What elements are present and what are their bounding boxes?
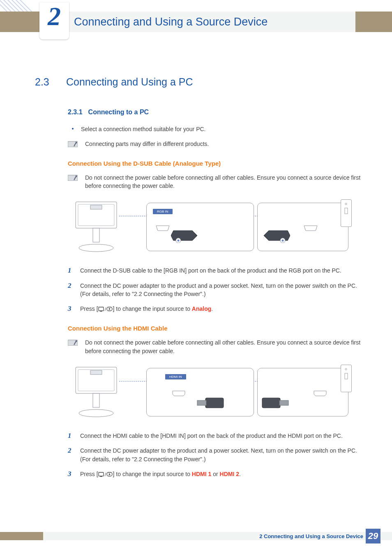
port-label: RGB IN	[153, 207, 173, 214]
port-label-text: RGB IN	[153, 209, 173, 214]
dsub-diagram: RGB IN	[68, 197, 352, 256]
step-number-2: 2	[68, 446, 74, 455]
svg-rect-22	[90, 370, 102, 375]
pc-icon	[341, 199, 352, 227]
highlight-analog: Analog	[192, 305, 211, 312]
highlight-hdmi2: HDMI 2	[220, 471, 239, 477]
header: Connecting and Using a Source Device	[43, 12, 355, 32]
t: Press [	[80, 471, 98, 477]
step-number-3: 3	[68, 470, 74, 478]
svg-point-10	[282, 240, 284, 242]
step-2: 2 Connect the DC power adapter to the pr…	[68, 282, 364, 298]
footer-text: 2 Connecting and Using a Source Device	[259, 533, 363, 539]
note-text: Connecting parts may differ in different…	[85, 140, 209, 148]
svg-point-8	[178, 240, 180, 242]
highlight-hdmi1: HDMI 1	[192, 471, 211, 477]
footer-bar: 2 Connecting and Using a Source Device	[43, 532, 392, 540]
svg-rect-12	[345, 208, 348, 214]
step-text: Press [/] to change the input source to …	[80, 470, 364, 479]
step-3: 3 Press [/] to change the input source t…	[68, 305, 364, 314]
svg-point-5	[79, 244, 113, 252]
svg-rect-20	[93, 393, 99, 407]
hdmi-heading: Connection Using the HDMI Cable	[68, 325, 364, 332]
svg-rect-28	[345, 373, 348, 379]
svg-text:/: /	[105, 472, 106, 477]
step-1: 1 Connect the HDMI cable to the [HDMI IN…	[68, 432, 364, 440]
chapter-number: 2	[48, 3, 61, 30]
dsub-heading: Connection Using the D-SUB Cable (Analog…	[68, 160, 364, 167]
rgb-port-icon	[154, 225, 171, 232]
step-text: Connect the DC power adapter to the prod…	[80, 282, 364, 298]
step-number-1: 1	[68, 432, 74, 440]
warning-text: Do not connect the power cable before co…	[85, 173, 364, 190]
svg-rect-14	[100, 311, 102, 312]
svg-rect-23	[205, 398, 224, 408]
hdmi-plug-icon	[261, 396, 290, 411]
t: ] to change the input source to	[113, 471, 192, 477]
hdmi-steps: 1 Connect the HDMI cable to the [HDMI IN…	[68, 432, 364, 479]
monitor-icon	[72, 365, 126, 418]
content: 2.3 Connecting and Using a PC 2.3.1 Conn…	[35, 76, 364, 486]
chapter-title: Connecting and Using a Source Device	[74, 16, 267, 28]
subsection-heading: 2.3.1 Connecting to a PC	[68, 109, 364, 116]
svg-point-27	[345, 368, 347, 370]
subsection-number: 2.3.1	[68, 109, 83, 116]
dsub-steps: 1 Connect the D-SUB cable to the [RGB IN…	[68, 266, 364, 314]
dsub-warning: Do not connect the power cable before co…	[68, 173, 364, 190]
note-icon	[68, 141, 78, 147]
svg-rect-29	[99, 472, 104, 476]
source-button-icon: /	[98, 471, 113, 479]
note-icon	[68, 174, 78, 181]
svg-text:/: /	[105, 307, 106, 312]
step-text: Connect the D-SUB cable to the [RGB IN] …	[80, 266, 364, 275]
warning-text: Do not connect the power cable before co…	[85, 338, 364, 355]
hdmi-warning: Do not connect the power cable before co…	[68, 338, 364, 355]
dsub-plug-icon	[261, 228, 290, 243]
bullet-text: Select a connection method suitable for …	[81, 125, 206, 133]
step-1: 1 Connect the D-SUB cable to the [RGB IN…	[68, 266, 364, 275]
footer: 2 Connecting and Using a Source Device 2…	[0, 530, 392, 547]
step-3: 3 Press [/] to change the input source t…	[68, 470, 364, 479]
footer-accent	[0, 532, 43, 540]
svg-rect-25	[262, 398, 280, 408]
t: .	[211, 305, 213, 312]
t: ] to change the input source to	[113, 305, 192, 312]
step-text: Connect the HDMI cable to the [HDMI IN] …	[80, 432, 364, 440]
page: Connecting and Using a Source Device 2 2…	[0, 0, 392, 555]
step-number-1: 1	[68, 266, 74, 275]
page-number: 29	[366, 529, 380, 543]
hdmi-diagram: HDMI IN	[68, 363, 352, 421]
port-label: HDMI IN	[165, 372, 186, 379]
svg-point-11	[345, 203, 347, 205]
monitor-icon	[72, 199, 126, 253]
section-heading: 2.3 Connecting and Using a PC	[35, 76, 364, 88]
bullet-icon	[72, 128, 74, 130]
svg-rect-26	[279, 400, 288, 405]
note: Connecting parts may differ in different…	[68, 140, 364, 148]
bullet-item: Select a connection method suitable for …	[68, 125, 364, 133]
svg-point-21	[79, 409, 113, 417]
note-icon	[68, 339, 78, 346]
step-text: Press [/] to change the input source to …	[80, 305, 364, 314]
t: Press [	[80, 305, 98, 312]
chapter-badge: 2	[39, 2, 69, 39]
pc-icon	[341, 365, 352, 392]
step-text: Connect the DC power adapter to the prod…	[80, 446, 364, 463]
svg-rect-6	[90, 205, 102, 209]
t: .	[239, 471, 241, 477]
step-2: 2 Connect the DC power adapter to the pr…	[68, 446, 364, 463]
hdmi-plug-icon	[196, 396, 224, 411]
hdmi-port-icon	[313, 390, 327, 397]
section-title: Connecting and Using a PC	[66, 76, 193, 88]
section-number: 2.3	[35, 76, 56, 88]
subsection-title: Connecting to a PC	[88, 109, 149, 116]
svg-rect-24	[197, 400, 206, 405]
t: or	[211, 471, 219, 477]
source-button-icon: /	[98, 306, 113, 314]
hdmi-port-icon	[172, 390, 186, 397]
dsub-plug-icon	[171, 228, 200, 243]
svg-rect-4	[93, 228, 99, 242]
svg-rect-30	[100, 476, 102, 477]
page-number-value: 29	[368, 531, 378, 541]
port-label-text: HDMI IN	[165, 374, 186, 379]
